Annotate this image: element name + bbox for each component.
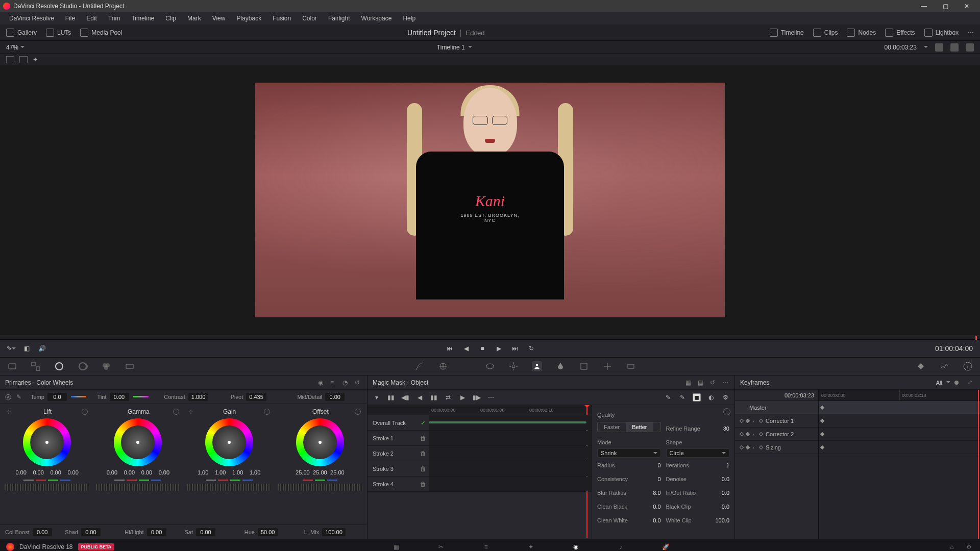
gain-wheel[interactable] <box>205 418 253 466</box>
gamma-wheel[interactable] <box>114 418 162 466</box>
edit-page-icon[interactable]: ≡ <box>481 542 491 552</box>
color-page-icon[interactable]: ◉ <box>571 542 580 552</box>
overall-track-bar[interactable] <box>429 421 586 423</box>
stroke-draw-icon[interactable]: ✎ <box>664 393 672 402</box>
temp-value[interactable]: 0.0 <box>47 393 67 401</box>
gamma-g[interactable]: 0.00 <box>139 469 154 475</box>
camera-raw-icon[interactable] <box>7 361 17 371</box>
tint-value[interactable]: 0.00 <box>110 393 129 401</box>
track-step-rev-icon[interactable]: ◀ <box>415 393 424 402</box>
menu-file[interactable]: File <box>60 13 80 23</box>
settings-icon[interactable]: ⚙ <box>721 393 729 402</box>
chevron-down-icon[interactable] <box>924 46 928 50</box>
wipe-mode-1-icon[interactable] <box>6 56 14 63</box>
luts-button[interactable]: LUTs <box>46 29 71 37</box>
qualifier-icon[interactable]: ✎ <box>7 344 15 353</box>
motion-effects-icon[interactable] <box>125 361 135 371</box>
lift-reset[interactable] <box>82 409 88 415</box>
gamma-master-slider[interactable] <box>96 484 180 491</box>
overlay-toggle-icon[interactable]: ◼ <box>693 393 701 402</box>
window-icon[interactable] <box>485 361 495 371</box>
mask-mode-1-icon[interactable]: ▦ <box>685 379 693 386</box>
menu-mark[interactable]: Mark <box>182 13 206 23</box>
close-button[interactable]: ✕ <box>957 1 977 12</box>
hdr-wheels-icon[interactable] <box>78 361 88 371</box>
wand-icon[interactable]: ✦ <box>33 56 41 63</box>
kf-sizing-node[interactable]: ›Sizing <box>735 441 818 454</box>
refine-value[interactable]: 30 <box>711 425 729 432</box>
menu-workspace[interactable]: Workspace <box>356 13 397 23</box>
keyframes-lanes[interactable]: 00:00:00:0000:00:02:18 <box>819 390 980 539</box>
bclip-value[interactable]: 0.0 <box>711 504 729 510</box>
lift-g[interactable]: 0.00 <box>48 469 63 475</box>
maximize-button[interactable]: ▢ <box>935 1 955 12</box>
offset-r[interactable]: 25.00 <box>296 469 310 475</box>
lift-wheel[interactable] <box>23 418 71 466</box>
keyframes-all-dropdown[interactable]: All⤢ <box>936 379 975 386</box>
pivot-value[interactable]: 0.435 <box>246 393 266 401</box>
log-mode-icon[interactable]: ◔ <box>342 379 350 386</box>
wheels-mode-icon[interactable]: ◉ <box>318 379 325 386</box>
cwhite-value[interactable]: 0.0 <box>643 517 661 523</box>
menu-help[interactable]: Help <box>398 13 421 23</box>
kf-key[interactable] <box>820 445 824 449</box>
effects-button[interactable]: Effects <box>885 29 915 37</box>
inout-value[interactable]: 0.0 <box>711 490 729 496</box>
gamma-reset[interactable] <box>173 409 179 415</box>
track-pause-icon[interactable]: ▮▮ <box>430 393 438 402</box>
invert-icon[interactable]: ◐ <box>707 393 715 402</box>
menu-edit[interactable]: Edit <box>81 13 102 23</box>
kf-corrector2-node[interactable]: ›Corrector 2 <box>735 428 818 441</box>
step-back-icon[interactable]: ◀ <box>462 344 470 353</box>
contrast-value[interactable]: 1.000 <box>188 393 209 401</box>
mask-menu-icon[interactable]: ⋯ <box>722 379 729 386</box>
lift-master-slider[interactable] <box>5 484 89 491</box>
menu-fairlight[interactable]: Fairlight <box>323 13 355 23</box>
offset-wheel[interactable] <box>296 418 344 466</box>
primaries-reset-icon[interactable]: ↺ <box>355 379 362 386</box>
kf-expand-icon[interactable]: ⤢ <box>968 379 975 386</box>
kf-corrector1-node[interactable]: ›Corrector 1 <box>735 414 818 428</box>
fairlight-page-icon[interactable]: ♪ <box>616 542 625 552</box>
pick-white-icon[interactable]: ✎ <box>16 393 23 400</box>
gain-master-slider[interactable] <box>187 484 271 491</box>
cblack-value[interactable]: 0.0 <box>643 504 661 510</box>
middetail-value[interactable]: 0.00 <box>325 393 345 401</box>
pick-white-point-icon[interactable]: ⊹ <box>188 408 195 415</box>
media-page-icon[interactable]: ▦ <box>391 542 401 552</box>
props-reset-icon[interactable] <box>723 408 730 415</box>
lift-b[interactable]: 0.00 <box>66 469 80 475</box>
lift-y[interactable]: 0.00 <box>14 469 28 475</box>
home-icon[interactable]: ⌂ <box>947 542 957 552</box>
more-menu[interactable]: ⋯ <box>968 29 974 36</box>
menu-color[interactable]: Color <box>297 13 322 23</box>
menu-trim[interactable]: Trim <box>103 13 126 23</box>
gain-b[interactable]: 1.00 <box>248 469 262 475</box>
stroke-erase-icon[interactable]: ✎ <box>678 393 687 402</box>
menu-davinciresolve[interactable]: DaVinci Resolve <box>4 13 59 23</box>
kf-key[interactable] <box>820 406 824 410</box>
mini-scrub[interactable] <box>0 335 980 340</box>
menu-timeline[interactable]: Timeline <box>126 13 159 23</box>
color-match-icon[interactable] <box>31 361 41 371</box>
gain-y[interactable]: 1.00 <box>196 469 210 475</box>
sat-value[interactable]: 0.00 <box>196 528 215 536</box>
auto-balance-icon[interactable]: Ⓐ <box>5 393 12 400</box>
quality-toggle[interactable]: FasterBetter <box>597 422 661 432</box>
cut-page-icon[interactable]: ✂ <box>436 542 446 552</box>
mediapool-button[interactable]: Media Pool <box>80 29 122 37</box>
info-icon[interactable] <box>963 361 973 371</box>
qualifier-palette-icon[interactable] <box>461 361 472 371</box>
track-one-fwd-icon[interactable]: ⋯ <box>487 393 495 402</box>
stroke1-delete-icon[interactable]: 🗑 <box>418 435 429 442</box>
prev-clip-icon[interactable]: ⏮ <box>446 344 454 353</box>
kf-master-node[interactable]: Master <box>735 401 818 414</box>
track-fwd-icon[interactable]: ⇄ <box>444 393 452 402</box>
tracker-icon[interactable] <box>508 361 519 371</box>
mute-icon[interactable]: 🔊 <box>38 344 46 353</box>
stop-icon[interactable]: ■ <box>478 344 486 353</box>
mode-select[interactable]: Shrink <box>597 448 661 458</box>
gallery-button[interactable]: Gallery <box>6 29 37 37</box>
gamma-b[interactable]: 0.00 <box>157 469 171 475</box>
fusion-page-icon[interactable]: ✦ <box>526 542 535 552</box>
